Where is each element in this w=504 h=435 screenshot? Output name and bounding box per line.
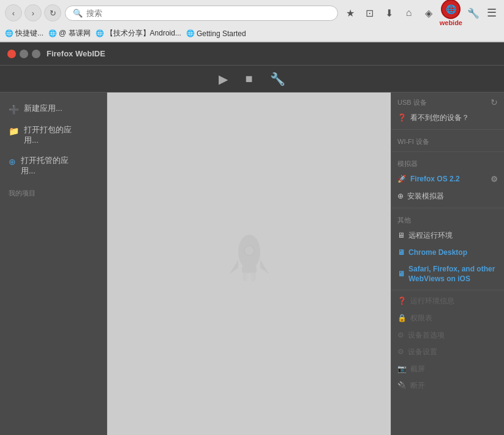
sidebar-item-open-packaged[interactable]: 📁 打开打包的应用... xyxy=(0,120,107,151)
nav-buttons: ‹ › ↻ xyxy=(5,4,61,21)
monitor-icon: 🖥 xyxy=(397,231,405,241)
settings-button[interactable]: 🔧 xyxy=(265,69,290,89)
prefs-gear-icon: ⚙ xyxy=(397,331,404,341)
safari-item[interactable]: 🖥 Safari, Firefox, and other WebViews on… xyxy=(391,261,504,287)
window-title: Firefox WebIDE xyxy=(47,49,105,58)
folder-icon: 📁 xyxy=(9,126,19,137)
install-simulator-item[interactable]: ⊕ 安装模拟器 xyxy=(391,188,504,205)
rocket-icon xyxy=(219,226,280,302)
webide-label: webide xyxy=(440,19,462,26)
bookmark-globe-icon: 🌐 xyxy=(5,29,13,37)
permissions-item: 🔒 权限表 xyxy=(391,310,504,327)
address-bar[interactable]: 🔍 xyxy=(65,6,338,21)
left-sidebar: ➕ 新建应用... 📁 打开打包的应用... ⊕ 打开托管的应用... 我的项目 xyxy=(0,93,107,435)
lock-icon: 🔒 xyxy=(397,314,407,323)
screenshot-item: 📷 截屏 xyxy=(391,361,504,378)
bookmark-globe-icon-2: 🌐 xyxy=(48,29,57,37)
bookmark-globe-icon-4: 🌐 xyxy=(186,29,195,37)
bookmark-mooc[interactable]: 🌐 @ 慕课网 xyxy=(48,28,91,39)
window-controls xyxy=(7,50,40,58)
sidebar-item-new-app[interactable]: ➕ 新建应用... xyxy=(0,99,107,120)
other-section-header: 其他 xyxy=(391,211,504,227)
disconnect-item: 🔌 断开 xyxy=(391,377,504,395)
divider-4 xyxy=(391,290,504,290)
menu-button[interactable]: ☰ xyxy=(484,4,499,22)
svg-point-5 xyxy=(246,272,253,284)
pocket-icon[interactable]: ◈ xyxy=(420,4,437,21)
back-button[interactable]: ‹ xyxy=(5,4,22,21)
usb-section-header: USB 设备 ↻ xyxy=(391,93,504,110)
toolbar-icons: ★ ⊡ ⬇ ⌂ ◈ 🌐 webide 🔧 ☰ xyxy=(342,0,499,26)
remote-env-item[interactable]: 🖥 远程运行环境 xyxy=(391,227,504,244)
cant-see-device-item[interactable]: ❓ 看不到您的设备？ xyxy=(391,110,504,127)
search-icon: 🔍 xyxy=(73,9,83,18)
device-prefs-item: ⚙ 设备首选项 xyxy=(391,327,504,344)
main-content xyxy=(107,93,391,435)
rocket-small-icon: 🚀 xyxy=(397,175,407,184)
svg-point-1 xyxy=(244,246,254,255)
close-window-button[interactable] xyxy=(7,50,16,58)
maximize-window-button[interactable] xyxy=(32,50,40,58)
forward-button[interactable]: › xyxy=(24,4,42,21)
runtime-info-icon: ❓ xyxy=(397,297,407,306)
window-titlebar: Firefox WebIDE xyxy=(0,42,504,66)
simulator-gear-button[interactable]: ⚙ xyxy=(491,175,498,185)
my-projects-label: 我的项目 xyxy=(0,181,107,200)
bookmark-getting-started[interactable]: 🌐 Getting Started xyxy=(186,29,246,38)
play-button[interactable]: ▶ xyxy=(214,69,233,89)
sidebar-item-open-hosted[interactable]: ⊕ 打开托管的应用... xyxy=(0,151,107,181)
runtime-info-item: ❓ 运行环境信息 xyxy=(391,293,504,310)
webide-button[interactable]: 🌐 xyxy=(441,0,461,19)
disconnect-icon: 🔌 xyxy=(397,381,407,391)
search-input[interactable] xyxy=(86,9,330,18)
devtools-icon[interactable]: 🔧 xyxy=(465,4,482,21)
chrome-icon: 🖥 xyxy=(397,248,405,258)
reading-mode-icon[interactable]: ⊡ xyxy=(361,4,378,21)
browser-chrome: ‹ › ↻ 🔍 ★ ⊡ ⬇ ⌂ ◈ 🌐 webide 🔧 ☰ 🌐 快捷键... xyxy=(0,0,504,42)
bookmark-star-icon[interactable]: ★ xyxy=(342,4,359,21)
bookmark-android[interactable]: 🌐 【技术分享】Android... xyxy=(96,28,181,39)
safari-icon: 🖥 xyxy=(397,270,405,279)
refresh-usb-button[interactable]: ↻ xyxy=(491,97,498,107)
circle-plus-icon: ⊕ xyxy=(9,156,16,167)
minimize-window-button[interactable] xyxy=(20,50,28,58)
device-settings-item: ⚙ 设备设置 xyxy=(391,344,504,361)
stop-button[interactable]: ■ xyxy=(240,69,257,88)
download-icon[interactable]: ⬇ xyxy=(381,4,398,21)
bookmark-shortcuts[interactable]: 🌐 快捷键... xyxy=(5,28,43,39)
main-window: Firefox WebIDE ▶ ■ 🔧 ➕ 新建应用... 📁 打开打包的应用… xyxy=(0,42,504,435)
bookmarks-bar: 🌐 快捷键... 🌐 @ 慕课网 🌐 【技术分享】Android... 🌐 Ge… xyxy=(0,26,504,42)
camera-icon: 📷 xyxy=(397,365,407,374)
wifi-section-header: WI-FI 设备 xyxy=(391,132,504,149)
right-panel: USB 设备 ↻ ❓ 看不到您的设备？ WI-FI 设备 模拟器 🚀 Firef… xyxy=(391,93,504,435)
question-icon: ❓ xyxy=(397,113,407,123)
add-simulator-icon: ⊕ xyxy=(397,192,404,202)
reload-button[interactable]: ↻ xyxy=(44,4,61,21)
chrome-desktop-item[interactable]: 🖥 Chrome Desktop xyxy=(391,244,504,262)
divider-3 xyxy=(391,208,504,208)
settings-gear-icon: ⚙ xyxy=(397,347,404,357)
simulator-firefox-os-item[interactable]: 🚀 Firefox OS 2.2 ⚙ xyxy=(391,171,504,189)
webide-container: 🌐 webide xyxy=(440,0,462,26)
content-area: ➕ 新建应用... 📁 打开打包的应用... ⊕ 打开托管的应用... 我的项目 xyxy=(0,93,504,435)
home-icon[interactable]: ⌂ xyxy=(401,4,418,21)
plus-icon: ➕ xyxy=(9,104,19,115)
browser-toolbar: ‹ › ↻ 🔍 ★ ⊡ ⬇ ⌂ ◈ 🌐 webide 🔧 ☰ xyxy=(0,0,504,26)
divider-2 xyxy=(391,151,504,152)
bookmark-globe-icon-3: 🌐 xyxy=(96,29,104,37)
divider-1 xyxy=(391,129,504,130)
simulator-section-header: 模拟器 xyxy=(391,154,504,171)
app-toolbar: ▶ ■ 🔧 xyxy=(0,66,504,93)
